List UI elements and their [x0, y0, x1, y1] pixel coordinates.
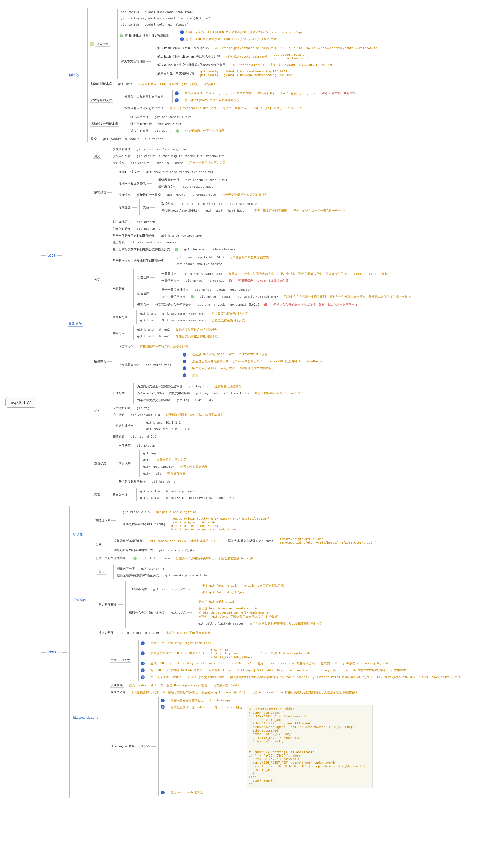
node-ignore: 设置忽略的文件	[90, 98, 113, 103]
step-icon: 2	[141, 651, 145, 655]
step-icon: 1	[183, 353, 186, 356]
cmd: git config --global user.email "zahuifan…	[120, 16, 211, 20]
step-icon: 3	[183, 367, 186, 370]
step-icon: 1	[141, 641, 145, 645]
node-editor: 将 EmEditor 设置为 Git 的编辑器	[124, 33, 170, 38]
step-icon: 2	[175, 98, 179, 102]
node-add: 添加新文件到版本库	[90, 122, 119, 127]
step-icon: 3	[161, 790, 165, 795]
step-icon: 4	[183, 373, 186, 377]
node-local: Local	[46, 253, 57, 258]
step-icon: 2	[183, 360, 186, 364]
step-icon: 3	[141, 661, 145, 665]
warn-icon: !	[264, 303, 267, 306]
mindmap-root: msysGit1.7.1 Local 初始化 全局变量	[5, 5, 478, 799]
node-local-init: 初始化	[67, 72, 80, 78]
step-icon: 1	[180, 30, 184, 34]
root-node: msysGit1.7.1	[5, 397, 36, 408]
node-zh: 解决中文乱码问题	[120, 59, 146, 64]
tip-icon: ✓	[120, 34, 123, 37]
cmd: git config --global user.name "zahuifan"	[120, 10, 195, 14]
step-icon: 5	[141, 675, 145, 679]
globe-icon	[90, 42, 94, 46]
warn-icon: !	[229, 279, 232, 282]
tip-icon: ✓	[190, 295, 194, 299]
tip-icon: ✓	[175, 248, 178, 251]
step-icon: 1	[175, 91, 179, 95]
node-newrepo: 初始化新版本库	[90, 82, 113, 87]
tip-icon: ✓	[176, 129, 179, 132]
step-icon: 2	[180, 37, 184, 41]
step-icon: 2	[161, 705, 165, 709]
step-icon: 1	[161, 699, 165, 703]
tip-icon: ✓	[133, 557, 137, 560]
node-commit: 提交	[90, 136, 98, 142]
node-global: 全局变量	[95, 42, 110, 46]
node-remote: Remote	[46, 650, 62, 655]
step-icon: 4	[141, 669, 145, 672]
cmd: git config --global color.ui "always"	[120, 23, 189, 27]
node-local-daily: 日常操作	[67, 321, 83, 327]
